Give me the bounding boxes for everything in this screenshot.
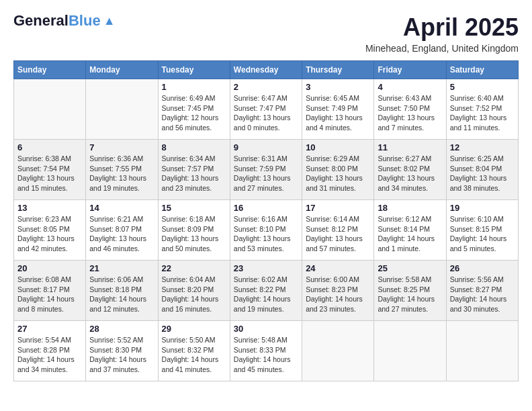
calendar-week-4: 20Sunrise: 6:08 AMSunset: 8:17 PMDayligh… [14, 261, 519, 321]
day-info: Sunrise: 6:02 AMSunset: 8:22 PMDaylight:… [234, 275, 298, 314]
day-number: 19 [450, 203, 515, 213]
calendar-cell [374, 321, 446, 381]
calendar-cell [302, 321, 374, 381]
calendar-cell: 28Sunrise: 5:52 AMSunset: 8:30 PMDayligh… [86, 321, 158, 381]
calendar-cell: 3Sunrise: 6:45 AMSunset: 7:49 PMDaylight… [302, 79, 374, 140]
calendar-cell: 10Sunrise: 6:29 AMSunset: 8:00 PMDayligh… [302, 140, 374, 200]
day-info: Sunrise: 6:31 AMSunset: 7:59 PMDaylight:… [234, 154, 298, 193]
calendar-cell: 16Sunrise: 6:16 AMSunset: 8:10 PMDayligh… [230, 200, 302, 261]
calendar-cell: 8Sunrise: 6:34 AMSunset: 7:57 PMDaylight… [158, 140, 230, 200]
day-number: 3 [306, 82, 370, 92]
day-number: 26 [450, 263, 515, 273]
day-info: Sunrise: 6:45 AMSunset: 7:49 PMDaylight:… [306, 93, 370, 133]
page-header: GeneralBlue ▲ April 2025 Minehead, Engla… [13, 13, 519, 54]
day-number: 10 [306, 142, 370, 152]
day-number: 1 [162, 82, 226, 92]
weekday-header-tuesday: Tuesday [158, 61, 230, 79]
calendar-cell: 27Sunrise: 5:54 AMSunset: 8:28 PMDayligh… [14, 321, 86, 381]
day-info: Sunrise: 6:25 AMSunset: 8:04 PMDaylight:… [450, 154, 515, 193]
day-info: Sunrise: 6:18 AMSunset: 8:09 PMDaylight:… [162, 214, 226, 254]
calendar-cell: 18Sunrise: 6:12 AMSunset: 8:14 PMDayligh… [374, 200, 446, 261]
day-number: 17 [306, 203, 370, 213]
location: Minehead, England, United Kingdom [365, 43, 519, 54]
logo-general: General [13, 12, 69, 29]
day-info: Sunrise: 6:14 AMSunset: 8:12 PMDaylight:… [306, 214, 370, 254]
weekday-header-saturday: Saturday [446, 61, 518, 79]
calendar-cell [86, 79, 158, 140]
day-number: 30 [234, 324, 298, 334]
calendar-cell: 14Sunrise: 6:21 AMSunset: 8:07 PMDayligh… [86, 200, 158, 261]
day-number: 2 [234, 82, 298, 92]
day-info: Sunrise: 6:23 AMSunset: 8:05 PMDaylight:… [17, 214, 82, 254]
weekday-header-monday: Monday [86, 61, 158, 79]
day-number: 5 [450, 82, 515, 92]
calendar-week-5: 27Sunrise: 5:54 AMSunset: 8:28 PMDayligh… [14, 321, 519, 381]
day-number: 25 [378, 263, 442, 273]
calendar-cell: 23Sunrise: 6:02 AMSunset: 8:22 PMDayligh… [230, 261, 302, 321]
day-info: Sunrise: 5:48 AMSunset: 8:33 PMDaylight:… [234, 335, 298, 375]
calendar-cell: 20Sunrise: 6:08 AMSunset: 8:17 PMDayligh… [14, 261, 86, 321]
calendar-cell: 9Sunrise: 6:31 AMSunset: 7:59 PMDaylight… [230, 140, 302, 200]
month-year: April 2025 [365, 13, 519, 42]
day-info: Sunrise: 6:21 AMSunset: 8:07 PMDaylight:… [89, 214, 154, 254]
weekday-header-thursday: Thursday [302, 61, 374, 79]
day-info: Sunrise: 6:36 AMSunset: 7:55 PMDaylight:… [89, 154, 154, 193]
day-info: Sunrise: 6:04 AMSunset: 8:20 PMDaylight:… [162, 275, 226, 314]
calendar-cell: 21Sunrise: 6:06 AMSunset: 8:18 PMDayligh… [86, 261, 158, 321]
calendar-cell: 25Sunrise: 5:58 AMSunset: 8:25 PMDayligh… [374, 261, 446, 321]
day-info: Sunrise: 5:50 AMSunset: 8:32 PMDaylight:… [162, 335, 226, 375]
day-number: 24 [306, 263, 370, 273]
day-info: Sunrise: 5:58 AMSunset: 8:25 PMDaylight:… [378, 275, 442, 314]
day-number: 8 [162, 142, 226, 152]
calendar-week-1: 1Sunrise: 6:49 AMSunset: 7:45 PMDaylight… [14, 79, 519, 140]
calendar-cell: 12Sunrise: 6:25 AMSunset: 8:04 PMDayligh… [446, 140, 518, 200]
calendar-cell [446, 321, 518, 381]
calendar-cell: 29Sunrise: 5:50 AMSunset: 8:32 PMDayligh… [158, 321, 230, 381]
calendar-cell: 15Sunrise: 6:18 AMSunset: 8:09 PMDayligh… [158, 200, 230, 261]
day-number: 18 [378, 203, 442, 213]
calendar-cell: 7Sunrise: 6:36 AMSunset: 7:55 PMDaylight… [86, 140, 158, 200]
day-info: Sunrise: 6:29 AMSunset: 8:00 PMDaylight:… [306, 154, 370, 193]
day-info: Sunrise: 6:06 AMSunset: 8:18 PMDaylight:… [89, 275, 154, 314]
calendar-cell: 26Sunrise: 5:56 AMSunset: 8:27 PMDayligh… [446, 261, 518, 321]
calendar-week-3: 13Sunrise: 6:23 AMSunset: 8:05 PMDayligh… [14, 200, 519, 261]
day-info: Sunrise: 6:16 AMSunset: 8:10 PMDaylight:… [234, 214, 298, 254]
logo-blue: Blue [69, 12, 101, 29]
calendar-cell [14, 79, 86, 140]
day-number: 6 [17, 142, 82, 152]
day-info: Sunrise: 5:52 AMSunset: 8:30 PMDaylight:… [89, 335, 154, 375]
day-number: 9 [234, 142, 298, 152]
day-info: Sunrise: 6:27 AMSunset: 8:02 PMDaylight:… [378, 154, 442, 193]
day-number: 15 [162, 203, 226, 213]
calendar-cell: 5Sunrise: 6:40 AMSunset: 7:52 PMDaylight… [446, 79, 518, 140]
calendar-cell: 24Sunrise: 6:00 AMSunset: 8:23 PMDayligh… [302, 261, 374, 321]
day-info: Sunrise: 5:54 AMSunset: 8:28 PMDaylight:… [17, 335, 82, 375]
calendar-week-2: 6Sunrise: 6:38 AMSunset: 7:54 PMDaylight… [14, 140, 519, 200]
calendar-cell: 30Sunrise: 5:48 AMSunset: 8:33 PMDayligh… [230, 321, 302, 381]
day-number: 12 [450, 142, 515, 152]
day-number: 13 [17, 203, 82, 213]
day-info: Sunrise: 6:00 AMSunset: 8:23 PMDaylight:… [306, 275, 370, 314]
logo-bird-icon: ▲ [103, 14, 116, 28]
day-info: Sunrise: 5:56 AMSunset: 8:27 PMDaylight:… [450, 275, 515, 314]
day-info: Sunrise: 6:10 AMSunset: 8:15 PMDaylight:… [450, 214, 515, 254]
day-number: 14 [89, 203, 154, 213]
day-number: 29 [162, 324, 226, 334]
title-block: April 2025 Minehead, England, United Kin… [365, 13, 519, 54]
calendar-cell: 2Sunrise: 6:47 AMSunset: 7:47 PMDaylight… [230, 79, 302, 140]
day-number: 21 [89, 263, 154, 273]
calendar-cell: 4Sunrise: 6:43 AMSunset: 7:50 PMDaylight… [374, 79, 446, 140]
calendar: SundayMondayTuesdayWednesdayThursdayFrid… [13, 60, 519, 381]
day-info: Sunrise: 6:47 AMSunset: 7:47 PMDaylight:… [234, 93, 298, 133]
weekday-header-row: SundayMondayTuesdayWednesdayThursdayFrid… [14, 61, 519, 79]
day-info: Sunrise: 6:49 AMSunset: 7:45 PMDaylight:… [162, 93, 226, 133]
day-number: 27 [17, 324, 82, 334]
calendar-cell: 13Sunrise: 6:23 AMSunset: 8:05 PMDayligh… [14, 200, 86, 261]
day-number: 4 [378, 82, 442, 92]
logo: GeneralBlue ▲ [13, 13, 115, 28]
calendar-cell: 19Sunrise: 6:10 AMSunset: 8:15 PMDayligh… [446, 200, 518, 261]
day-info: Sunrise: 6:12 AMSunset: 8:14 PMDaylight:… [378, 214, 442, 254]
weekday-header-wednesday: Wednesday [230, 61, 302, 79]
day-info: Sunrise: 6:34 AMSunset: 7:57 PMDaylight:… [162, 154, 226, 193]
day-number: 11 [378, 142, 442, 152]
